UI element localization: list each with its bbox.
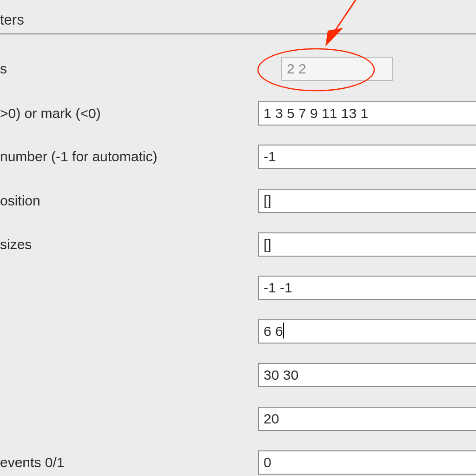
param-input-3[interactable] <box>258 189 476 213</box>
param-input-2[interactable] <box>258 145 476 169</box>
window-top-edge <box>0 0 476 8</box>
param-label-3: osition <box>0 193 40 209</box>
param-label-4: sizes <box>0 237 32 252</box>
param-input-5[interactable] <box>258 276 476 300</box>
annotation-arrow-line <box>334 0 356 33</box>
param-input-1[interactable] <box>258 101 476 126</box>
param-label-9: events 0/1 <box>0 455 64 470</box>
param-input-0 <box>281 57 393 81</box>
param-input-9[interactable] <box>258 450 476 475</box>
text-caret <box>283 323 284 338</box>
annotation-arrow-head <box>325 28 343 46</box>
param-label-1: >0) or mark (<0) <box>0 106 101 121</box>
param-input-8[interactable] <box>258 407 476 431</box>
param-input-6-text: 6 6 <box>264 324 283 339</box>
param-input-6[interactable]: 6 6 <box>258 319 476 344</box>
section-divider <box>0 33 476 34</box>
param-input-4[interactable] <box>258 232 476 257</box>
param-label-0: s <box>0 61 7 77</box>
section-heading: ters <box>0 12 24 28</box>
param-label-2: number (-1 for automatic) <box>0 149 157 165</box>
param-input-7[interactable] <box>258 363 476 387</box>
